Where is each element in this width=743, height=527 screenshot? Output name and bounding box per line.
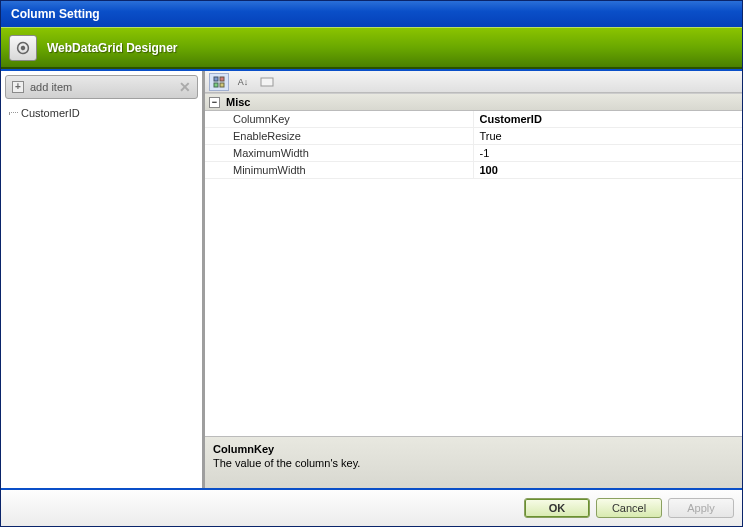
category-header[interactable]: − Misc xyxy=(205,93,742,111)
svg-rect-3 xyxy=(220,83,224,87)
property-row[interactable]: MaximumWidth -1 xyxy=(205,145,742,162)
category-label: Misc xyxy=(226,96,250,108)
add-item-button[interactable]: + add item ✕ xyxy=(5,75,198,99)
items-panel: + add item ✕ CustomerID xyxy=(1,71,205,488)
help-description: The value of the column's key. xyxy=(213,457,734,469)
dialog-buttons: OK Cancel Apply xyxy=(1,488,742,526)
categorized-icon xyxy=(213,76,225,88)
designer-logo-icon: ⦿ xyxy=(9,35,37,61)
property-panel: A↓ − Misc ColumnKey CustomerID EnableRes… xyxy=(205,71,742,488)
apply-button[interactable]: Apply xyxy=(668,498,734,518)
help-title: ColumnKey xyxy=(213,443,734,455)
property-row[interactable]: MinimumWidth 100 xyxy=(205,162,742,179)
tree-item-label: CustomerID xyxy=(21,107,80,119)
title-bar[interactable]: Column Setting xyxy=(1,1,742,27)
property-grid: − Misc ColumnKey CustomerID EnableResize… xyxy=(205,93,742,436)
svg-rect-4 xyxy=(261,78,273,86)
property-name: EnableResize xyxy=(205,128,474,144)
property-value[interactable]: 100 xyxy=(474,162,743,178)
pages-icon xyxy=(260,76,274,88)
property-name: ColumnKey xyxy=(205,111,474,127)
tree-item[interactable]: CustomerID xyxy=(1,103,202,123)
property-name: MaximumWidth xyxy=(205,145,474,161)
property-value[interactable]: True xyxy=(474,128,743,144)
property-value[interactable]: -1 xyxy=(474,145,743,161)
collapse-toggle-icon[interactable]: − xyxy=(209,97,220,108)
remove-item-button[interactable]: ✕ xyxy=(179,79,191,95)
property-row[interactable]: ColumnKey CustomerID xyxy=(205,111,742,128)
ok-button[interactable]: OK xyxy=(524,498,590,518)
property-row[interactable]: EnableResize True xyxy=(205,128,742,145)
designer-title: WebDataGrid Designer xyxy=(47,41,177,55)
cancel-button[interactable]: Cancel xyxy=(596,498,662,518)
dialog-window: Column Setting ⦿ WebDataGrid Designer + … xyxy=(0,0,743,527)
plus-icon: + xyxy=(12,81,24,93)
property-value[interactable]: CustomerID xyxy=(474,111,743,127)
svg-rect-0 xyxy=(214,77,218,81)
property-name: MinimumWidth xyxy=(205,162,474,178)
designer-header: ⦿ WebDataGrid Designer xyxy=(1,27,742,69)
property-toolbar: A↓ xyxy=(205,71,742,93)
help-panel: ColumnKey The value of the column's key. xyxy=(205,436,742,488)
property-pages-button[interactable] xyxy=(257,73,277,91)
categorized-view-button[interactable] xyxy=(209,73,229,91)
window-title: Column Setting xyxy=(11,7,100,21)
sort-az-icon: A↓ xyxy=(238,77,249,87)
svg-rect-1 xyxy=(220,77,224,81)
body-area: + add item ✕ CustomerID A↓ xyxy=(1,69,742,488)
add-item-label: add item xyxy=(30,81,72,93)
alphabetical-view-button[interactable]: A↓ xyxy=(233,73,253,91)
svg-rect-2 xyxy=(214,83,218,87)
